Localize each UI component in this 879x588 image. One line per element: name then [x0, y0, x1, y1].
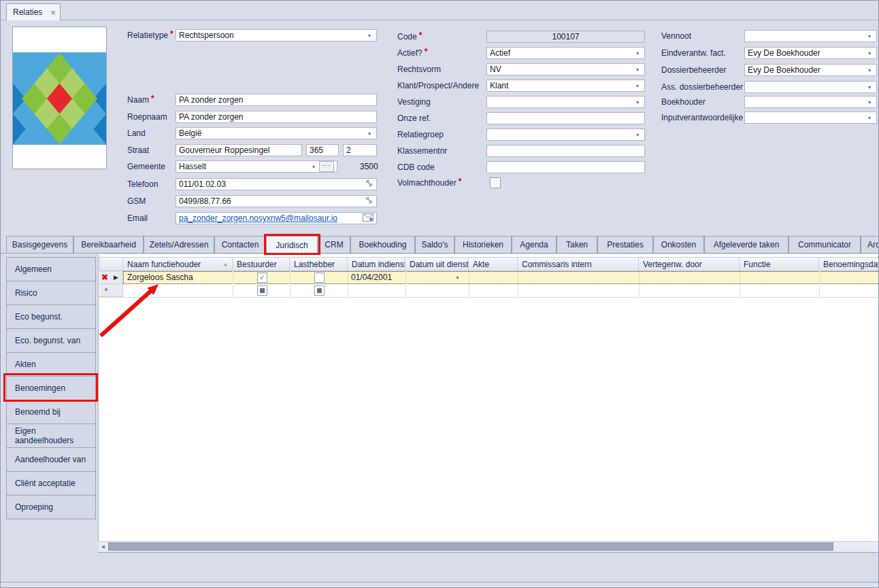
- chevron-down-icon[interactable]: ▼: [633, 133, 642, 137]
- sidebar-item-algemeen[interactable]: Algemeen: [6, 257, 96, 281]
- email-link[interactable]: pa_zonder_zorgen.nosyxnw5@mailosaur.io: [179, 213, 363, 223]
- cell-datum-uit-dienst-dropdown-icon[interactable]: ▼: [455, 271, 460, 284]
- chevron-down-icon[interactable]: ▼: [633, 51, 642, 56]
- cell-lasthebber-checkbox-unchecked[interactable]: [314, 273, 325, 283]
- email-input[interactable]: pa_zonder_zorgen.nosyxnw5@mailosaur.io: [176, 212, 377, 224]
- gemeente-lookup-button[interactable]: ···: [319, 161, 334, 172]
- chevron-down-icon[interactable]: ▼: [865, 85, 874, 90]
- logo-diamond-graphic: [13, 52, 106, 145]
- phone-icon[interactable]: [365, 179, 374, 190]
- tab-communicator[interactable]: Communicator: [789, 236, 861, 254]
- send-email-icon[interactable]: [363, 213, 374, 224]
- code-readonly-field: 100107: [486, 31, 645, 43]
- grid-col-divider: [518, 271, 518, 297]
- chevron-down-icon[interactable]: ▼: [633, 67, 642, 72]
- chevron-down-icon[interactable]: ▼: [633, 100, 642, 105]
- grid-header-datum-indienst[interactable]: Datum indienst: [348, 257, 405, 271]
- ass-dossierbeheerder-label: Ass. dossierbeheerder: [661, 81, 743, 93]
- chevron-down-icon[interactable]: ▼: [865, 51, 874, 56]
- inputverantwoordelijke-select[interactable]: ▼: [744, 111, 877, 124]
- document-tab-relaties[interactable]: Relaties ×: [6, 3, 61, 20]
- sidebar-item-eco-begunst[interactable]: Eco begunst.: [6, 305, 96, 329]
- ass-dossierbeheerder-select[interactable]: ▼: [744, 81, 877, 93]
- roepnaam-input[interactable]: PA zonder zorgen: [176, 111, 377, 123]
- gemeente-select[interactable]: Hasselt ▼ ···: [176, 160, 337, 173]
- grid-header-datum-uit-dienst[interactable]: Datum uit dienst: [405, 257, 469, 271]
- grid-header-functie[interactable]: Functie: [740, 257, 819, 271]
- grid-header-naam-functiehouder[interactable]: Naam functiehouder▲: [123, 257, 233, 271]
- close-icon[interactable]: ×: [50, 8, 56, 17]
- eindverantw-fact-select[interactable]: Evy De Boekhouder ▼: [744, 47, 877, 59]
- tab-crm[interactable]: CRM: [318, 236, 350, 254]
- telefoon-label: Telefoon: [127, 178, 158, 190]
- gsm-input[interactable]: 0499/88.77.66: [176, 195, 377, 207]
- actief-select[interactable]: Actief ▼: [486, 47, 645, 59]
- cdb-code-input[interactable]: [486, 161, 645, 173]
- grid-header-commissaris-intern[interactable]: Commissaris intern: [518, 257, 639, 271]
- chevron-down-icon[interactable]: ▼: [310, 165, 318, 169]
- grid-row-selected[interactable]: [123, 271, 879, 284]
- chevron-down-icon[interactable]: ▼: [365, 33, 374, 38]
- relatiegroep-select[interactable]: ▼: [486, 128, 645, 141]
- boekhouder-label: Boekhouder: [661, 96, 706, 108]
- chevron-down-icon[interactable]: ▼: [865, 34, 874, 39]
- tab-afgeleverde-taken[interactable]: Afgeleverde taken: [704, 236, 789, 254]
- huisnummer-input[interactable]: 365: [306, 144, 339, 156]
- volmachthouder-checkbox[interactable]: [490, 177, 501, 188]
- chevron-down-icon[interactable]: ▼: [365, 131, 374, 136]
- tab-prestaties[interactable]: Prestaties: [597, 236, 653, 254]
- tab-taken[interactable]: Taken: [557, 236, 597, 254]
- cell-datum-indienst[interactable]: 01/04/2001: [351, 271, 392, 284]
- scroll-left-arrow-icon[interactable]: ◄: [99, 542, 107, 552]
- sidebar-item-risico[interactable]: Risico: [6, 281, 96, 305]
- sidebar-item-client-acceptatie[interactable]: Cliënt acceptatie: [6, 471, 96, 496]
- klassementnr-input[interactable]: [486, 145, 645, 157]
- newrow-lasthebber-checkbox-indeterminate[interactable]: [314, 286, 325, 296]
- boekhouder-select[interactable]: ▼: [744, 96, 877, 108]
- grid-header-akte[interactable]: Akte: [469, 257, 518, 271]
- grid-header-benoemingsdatum[interactable]: Benoemingsdatum: [819, 257, 879, 271]
- tab-historieken[interactable]: Historieken: [454, 236, 512, 254]
- cell-bestuurder-checkbox-checked[interactable]: ✓: [257, 273, 267, 283]
- grid-header-lasthebber[interactable]: Lasthebber: [290, 257, 348, 271]
- naam-input[interactable]: PA zonder zorgen: [176, 94, 377, 106]
- tab-archief-cut[interactable]: Arc: [861, 236, 879, 254]
- relatietype-select[interactable]: Rechtspersoon ▼: [176, 29, 377, 41]
- vestiging-select[interactable]: ▼: [486, 96, 645, 108]
- rechtsvorm-select[interactable]: NV ▼: [486, 63, 645, 75]
- dossierbeheerder-select[interactable]: Evy De Boekhouder ▼: [744, 64, 877, 76]
- cdb-code-label: CDB code: [397, 161, 435, 173]
- vennoot-select[interactable]: ▼: [744, 30, 877, 42]
- grid-header-vertegenw-door[interactable]: Vertegenw. door: [639, 257, 740, 271]
- tab-agenda[interactable]: Agenda: [512, 236, 557, 254]
- sidebar-item-aandeelhouder-van[interactable]: Aandeelhouder van: [6, 447, 96, 472]
- chevron-down-icon[interactable]: ▼: [865, 116, 874, 120]
- tab-saldos[interactable]: Saldo's: [415, 236, 454, 254]
- land-select[interactable]: België ▼: [176, 127, 377, 139]
- onze-ref-input[interactable]: [486, 112, 645, 124]
- chevron-down-icon[interactable]: ▼: [633, 84, 642, 88]
- tab-zetels-adressen[interactable]: Zetels/Adressen: [144, 236, 214, 254]
- sidebar-item-benoemd-bij[interactable]: Benoemd bij: [6, 400, 96, 424]
- chevron-down-icon[interactable]: ▼: [865, 68, 874, 73]
- newrow-bestuurder-checkbox-indeterminate[interactable]: [257, 286, 267, 296]
- tab-contacten[interactable]: Contacten: [214, 236, 266, 254]
- sidebar-item-oproeping[interactable]: Oproeping: [6, 495, 96, 519]
- telefoon-input[interactable]: 011/01.02.03: [176, 178, 377, 190]
- grid-col-divider: [819, 271, 820, 297]
- bus-input[interactable]: 2: [343, 144, 377, 156]
- horizontal-scrollbar-thumb[interactable]: [108, 542, 833, 551]
- grid-header-bestuurder[interactable]: Bestuurder: [233, 257, 290, 271]
- required-asterisk: *: [459, 177, 462, 186]
- sidebar-item-eco-begunst-van[interactable]: Eco. begunst. van: [6, 328, 96, 353]
- tab-boekhouding[interactable]: Boekhouding: [350, 236, 415, 254]
- tab-bereikbaarheid[interactable]: Bereikbaarheid: [73, 236, 144, 254]
- tab-onkosten[interactable]: Onkosten: [653, 236, 704, 254]
- phone-icon[interactable]: [365, 196, 374, 207]
- klant-prospect-andere-select[interactable]: Klant ▼: [486, 80, 645, 92]
- chevron-down-icon[interactable]: ▼: [865, 100, 874, 105]
- straat-input[interactable]: Gouverneur Roppesingel: [176, 144, 302, 156]
- tab-basisgegevens[interactable]: Basisgegevens: [6, 236, 73, 254]
- annotation-arrow: [89, 273, 171, 344]
- sidebar-item-eigen-aandeelhouders[interactable]: Eigen aandeelhouders: [6, 423, 96, 448]
